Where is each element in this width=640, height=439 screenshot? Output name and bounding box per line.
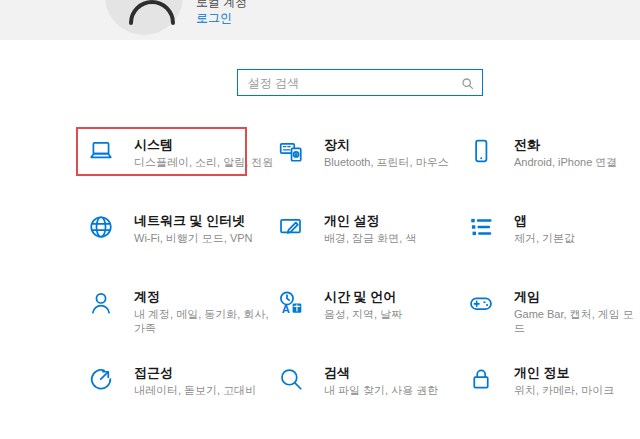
settings-tile-search[interactable]: 검색 내 파일 찾기, 사용 권한	[275, 356, 465, 432]
search-input[interactable]	[238, 70, 482, 95]
settings-tile-system[interactable]: 시스템 디스플레이, 소리, 알림, 전원	[85, 128, 275, 204]
tile-title: 개인 설정	[324, 212, 416, 229]
settings-tile-grid: 시스템 디스플레이, 소리, 알림, 전원 장치 Bluetooth, 프린터,…	[85, 128, 640, 432]
settings-tile-phone[interactable]: 전화 Android, iPhone 연결	[465, 128, 640, 204]
tile-subtitle: 내 계정, 메일, 동기화, 회사, 가족	[134, 307, 275, 335]
globe-icon	[88, 214, 114, 240]
tile-title: 계정	[134, 288, 275, 305]
settings-tile-ease-of-access[interactable]: 접근성 내레이터, 돋보기, 고대비	[85, 356, 275, 432]
tile-subtitle: 디스플레이, 소리, 알림, 전원	[134, 155, 273, 169]
tile-title: 개인 정보	[514, 364, 614, 381]
tile-subtitle: 배경, 잠금 화면, 색	[324, 231, 416, 245]
devices-icon	[278, 138, 304, 164]
tile-subtitle: 제거, 기본값	[514, 231, 575, 245]
settings-tile-personalization[interactable]: 개인 설정 배경, 잠금 화면, 색	[275, 204, 465, 280]
tile-subtitle: Wi-Fi, 비행기 모드, VPN	[134, 231, 253, 245]
settings-tile-gaming[interactable]: 게임 Game Bar, 캡처, 게임 모드	[465, 280, 640, 356]
header-band	[0, 0, 640, 40]
tile-title: 네트워크 및 인터넷	[134, 212, 253, 229]
settings-tile-accounts[interactable]: 계정 내 계정, 메일, 동기화, 회사, 가족	[85, 280, 275, 356]
settings-tile-network-internet[interactable]: 네트워크 및 인터넷 Wi-Fi, 비행기 모드, VPN	[85, 204, 275, 280]
settings-tile-apps[interactable]: 앱 제거, 기본값	[465, 204, 640, 280]
settings-tile-time-language[interactable]: A 시간 및 언어 음성, 지역, 날짜	[275, 280, 465, 356]
phone-icon	[468, 138, 494, 164]
personalization-icon	[278, 214, 304, 240]
gamepad-icon	[468, 290, 494, 316]
svg-text:A: A	[282, 303, 290, 315]
tile-title: 시간 및 언어	[324, 288, 402, 305]
tile-title: 검색	[324, 364, 438, 381]
avatar-head-icon	[129, 0, 175, 25]
tile-title: 전화	[514, 136, 617, 153]
clock-language-icon: A	[278, 290, 304, 316]
tile-title: 시스템	[134, 136, 273, 153]
ease-of-access-icon	[88, 366, 114, 392]
search-icon	[278, 366, 304, 392]
tile-title: 접근성	[134, 364, 256, 381]
settings-search-box	[237, 69, 483, 96]
signin-link[interactable]: 로그인	[196, 11, 232, 25]
settings-tile-privacy[interactable]: 개인 정보 위치, 카메라, 마이크	[465, 356, 640, 432]
tile-title: 앱	[514, 212, 575, 229]
lock-icon	[468, 366, 494, 392]
tile-subtitle: 음성, 지역, 날짜	[324, 307, 402, 321]
account-type-label: 로컬 계정	[196, 0, 247, 9]
tile-subtitle: Bluetooth, 프린터, 마우스	[324, 155, 449, 169]
tile-subtitle: Game Bar, 캡처, 게임 모드	[514, 307, 640, 335]
laptop-icon	[88, 138, 114, 164]
tile-subtitle: 위치, 카메라, 마이크	[514, 383, 614, 397]
person-icon	[88, 290, 114, 316]
tile-title: 게임	[514, 288, 640, 305]
tile-subtitle: 내레이터, 돋보기, 고대비	[134, 383, 256, 397]
settings-tile-devices[interactable]: 장치 Bluetooth, 프린터, 마우스	[275, 128, 465, 204]
tile-subtitle: 내 파일 찾기, 사용 권한	[324, 383, 438, 397]
tile-subtitle: Android, iPhone 연결	[514, 155, 617, 169]
apps-list-icon	[468, 214, 494, 240]
settings-home-window: 로컬 계정 로그인 시스템 디스플레이, 소리, 알림, 전원 장치 Bluet…	[0, 0, 640, 439]
tile-title: 장치	[324, 136, 449, 153]
